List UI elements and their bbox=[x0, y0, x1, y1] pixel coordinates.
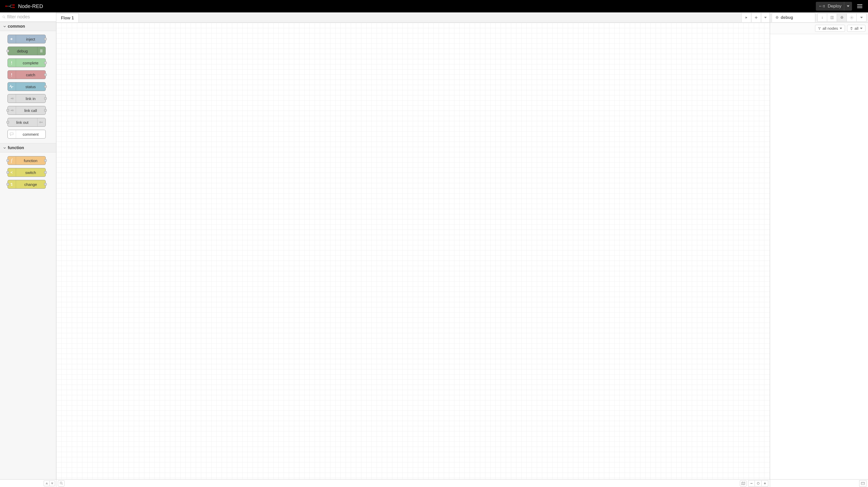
palette-node-function[interactable]: ffunction bbox=[7, 156, 46, 165]
palette-node-status[interactable]: status bbox=[7, 82, 46, 91]
sidebar-tab-debug-icon[interactable] bbox=[837, 13, 847, 22]
node-port bbox=[6, 121, 9, 123]
debug-clear-button[interactable]: all bbox=[847, 25, 865, 32]
plus-icon bbox=[764, 482, 767, 485]
app-title: Node-RED bbox=[18, 3, 43, 9]
chevron-down-icon bbox=[840, 28, 842, 29]
window-icon bbox=[861, 482, 865, 485]
play-icon bbox=[745, 16, 748, 19]
canvas-search-button[interactable] bbox=[58, 480, 65, 486]
zoom-reset-button[interactable] bbox=[755, 480, 762, 486]
palette-search bbox=[0, 12, 56, 22]
svg-rect-3 bbox=[819, 6, 820, 7]
exclaim-icon bbox=[8, 70, 16, 79]
node-label: comment bbox=[16, 132, 45, 137]
palette-footer bbox=[0, 479, 56, 487]
zoom-in-button[interactable] bbox=[762, 480, 768, 486]
palette-expand-all-button[interactable] bbox=[49, 481, 55, 486]
open-debug-window-button[interactable] bbox=[859, 480, 866, 486]
deploy-button[interactable]: Deploy bbox=[816, 2, 852, 10]
svg-point-10 bbox=[12, 110, 13, 111]
bubble-icon bbox=[8, 130, 16, 138]
svg-point-9 bbox=[12, 98, 13, 99]
flow-canvas[interactable] bbox=[56, 23, 770, 479]
debug-toolbar: all nodes all bbox=[770, 23, 868, 34]
palette-node-inject[interactable]: inject bbox=[7, 35, 46, 44]
chevron-down-icon bbox=[764, 17, 767, 18]
svg-point-6 bbox=[3, 16, 5, 18]
node-port bbox=[6, 50, 9, 52]
hamburger-menu-button[interactable] bbox=[855, 1, 865, 11]
info-icon bbox=[820, 16, 824, 19]
sidebar-tab-config[interactable] bbox=[847, 13, 857, 22]
toggle-tabs-button[interactable] bbox=[741, 13, 751, 22]
node-port bbox=[6, 171, 9, 174]
node-port bbox=[44, 159, 47, 162]
node-port bbox=[44, 74, 47, 76]
arrow-right-icon bbox=[8, 35, 16, 43]
palette-node-change[interactable]: change bbox=[7, 180, 46, 189]
palette-body: common inject debug complete catch statu… bbox=[0, 22, 56, 479]
filter-icon bbox=[818, 27, 821, 30]
palette-node-link-in[interactable]: link in bbox=[7, 94, 46, 103]
flow-tab[interactable]: Flow 1 bbox=[56, 13, 79, 23]
node-port bbox=[44, 85, 47, 88]
palette-collapse-all-button[interactable] bbox=[44, 481, 49, 486]
node-port bbox=[6, 183, 9, 185]
palette-node-catch[interactable]: catch bbox=[7, 70, 46, 79]
node-port bbox=[6, 109, 9, 112]
link-out-icon bbox=[37, 118, 45, 126]
bug-icon bbox=[775, 16, 779, 20]
search-icon bbox=[2, 15, 6, 19]
palette-node-debug[interactable]: debug bbox=[7, 47, 46, 55]
chevron-down-icon bbox=[3, 25, 6, 28]
palette-category-common[interactable]: common bbox=[0, 22, 56, 31]
node-port bbox=[44, 171, 47, 174]
svg-rect-5 bbox=[823, 6, 825, 7]
node-label: link call bbox=[16, 108, 45, 113]
palette-node-complete[interactable]: complete bbox=[7, 58, 46, 67]
svg-point-7 bbox=[11, 64, 12, 64]
pulse-icon bbox=[8, 82, 16, 91]
bug-icon bbox=[840, 16, 844, 20]
palette-node-switch[interactable]: switch bbox=[7, 168, 46, 177]
svg-rect-16 bbox=[861, 482, 865, 485]
palette-node-comment[interactable]: comment bbox=[7, 130, 46, 139]
book-icon bbox=[830, 16, 834, 20]
link-in-icon bbox=[8, 94, 16, 103]
flow-tabs: Flow 1 bbox=[56, 12, 770, 23]
node-label: link out bbox=[8, 120, 37, 124]
sidebar-tab-menu[interactable] bbox=[857, 13, 866, 22]
app-logo: Node-RED bbox=[5, 3, 43, 9]
node-label: debug bbox=[8, 49, 37, 53]
flow-menu-button[interactable] bbox=[761, 13, 770, 22]
sidebar-tab-info[interactable] bbox=[817, 13, 827, 22]
sidebar-tabs: debug bbox=[770, 12, 868, 23]
palette-node-link-out[interactable]: link out bbox=[7, 118, 46, 127]
category-label: common bbox=[8, 24, 25, 29]
navigator-button[interactable] bbox=[740, 480, 747, 486]
chevron-down-icon bbox=[860, 28, 863, 29]
add-flow-button[interactable] bbox=[751, 13, 761, 22]
svg-point-8 bbox=[11, 76, 12, 76]
svg-rect-4 bbox=[823, 5, 825, 6]
node-label: catch bbox=[16, 73, 45, 77]
palette-node-link-call[interactable]: link call bbox=[7, 106, 46, 115]
canvas-grid bbox=[56, 23, 770, 479]
trash-icon bbox=[850, 27, 853, 30]
svg-point-12 bbox=[60, 482, 62, 484]
palette-filter-input[interactable] bbox=[7, 14, 54, 20]
node-port bbox=[44, 109, 47, 112]
palette-category-function[interactable]: function bbox=[0, 143, 56, 152]
svg-rect-2 bbox=[12, 7, 15, 8]
node-label: inject bbox=[16, 37, 45, 41]
node-label: change bbox=[16, 182, 45, 187]
node-label: link in bbox=[16, 96, 45, 101]
node-label: complete bbox=[16, 61, 45, 65]
debug-filter-button[interactable]: all nodes bbox=[815, 25, 845, 32]
sidebar-tab-debug[interactable]: debug bbox=[772, 13, 815, 22]
sidebar-tab-help[interactable] bbox=[827, 13, 837, 22]
svg-point-13 bbox=[757, 482, 759, 484]
zoom-out-button[interactable] bbox=[748, 480, 755, 486]
node-palette: common inject debug complete catch statu… bbox=[0, 12, 56, 487]
